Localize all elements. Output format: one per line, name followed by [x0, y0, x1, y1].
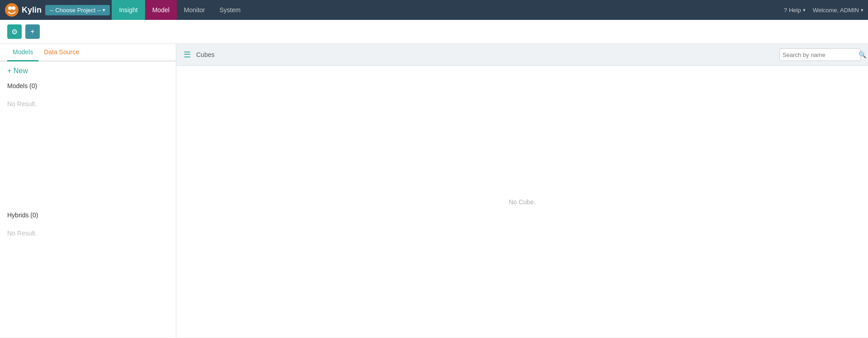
svg-point-1 — [8, 6, 12, 10]
content-header-left: ☰ Cubes — [184, 50, 214, 60]
project-dropdown[interactable]: -- Choose Project -- — [45, 5, 110, 15]
brand-name: Kylin — [22, 5, 42, 15]
nav-menu: Insight Model Monitor System — [112, 0, 248, 20]
help-icon: ? — [784, 7, 787, 14]
gear-icon: ⚙ — [11, 28, 18, 36]
hybrids-section: Hybrids (0) No Result. — [7, 211, 169, 250]
models-section-title: Models (0) — [7, 82, 169, 89]
search-box: 🔍 — [779, 48, 861, 61]
models-empty: No Result. — [7, 93, 169, 121]
nav-system[interactable]: System — [212, 0, 248, 20]
search-icon[interactable]: 🔍 — [859, 51, 866, 58]
tab-datasource[interactable]: Data Source — [38, 44, 85, 61]
user-menu[interactable]: Welcome, ADMIN — [813, 7, 863, 14]
nav-model[interactable]: Model — [145, 0, 177, 20]
navbar: Kylin -- Choose Project -- Insight Model… — [0, 0, 868, 20]
tab-models[interactable]: Models — [7, 44, 38, 61]
sidebar-tabs: Models Data Source — [0, 44, 176, 61]
help-menu[interactable]: ? Help — [784, 7, 806, 14]
plus-icon: + — [30, 28, 34, 36]
nav-insight[interactable]: Insight — [112, 0, 145, 20]
no-cube-message: No Cube. — [176, 66, 868, 338]
navbar-right: ? Help Welcome, ADMIN — [784, 7, 863, 14]
cubes-label: Cubes — [196, 51, 214, 58]
toolbar: ⚙ + — [0, 20, 868, 44]
content-area: ☰ Cubes 🔍 No Cube. — [176, 44, 868, 338]
brand: Kylin — [5, 3, 42, 17]
add-button[interactable]: + — [25, 24, 40, 39]
hybrids-section-title: Hybrids (0) — [7, 211, 169, 219]
search-input[interactable] — [783, 52, 859, 58]
hamburger-icon[interactable]: ☰ — [184, 50, 191, 60]
content-header: ☰ Cubes 🔍 — [176, 44, 868, 66]
svg-point-0 — [5, 3, 19, 17]
main-layout: Models Data Source + New Models (0) No R… — [0, 44, 868, 338]
nav-monitor[interactable]: Monitor — [177, 0, 212, 20]
svg-point-2 — [12, 6, 15, 10]
kylin-logo — [5, 3, 19, 17]
settings-button[interactable]: ⚙ — [7, 24, 22, 39]
sidebar-content: + New Models (0) No Result. Hybrids (0) … — [0, 61, 176, 338]
new-button[interactable]: + New — [7, 67, 28, 75]
hybrids-empty: No Result. — [7, 222, 169, 250]
sidebar: Models Data Source + New Models (0) No R… — [0, 44, 176, 338]
